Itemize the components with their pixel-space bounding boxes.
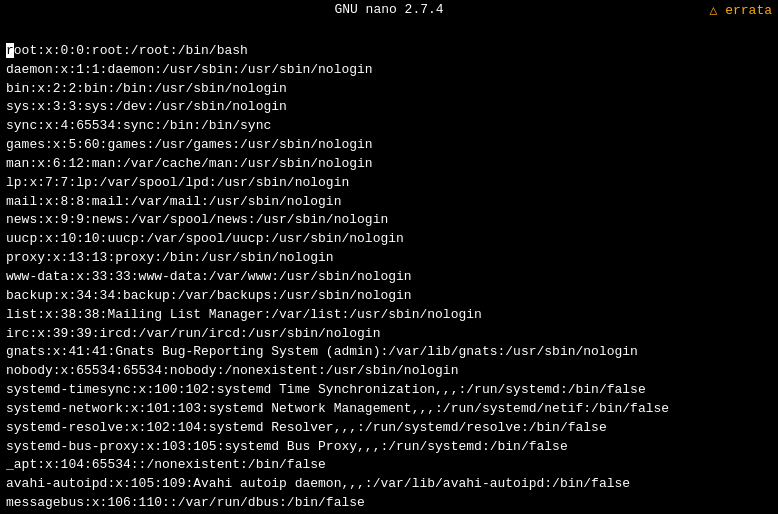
warning-area: △ errata bbox=[704, 0, 778, 20]
line-10: uucp:x:10:10:uucp:/var/spool/uucp:/usr/s… bbox=[6, 230, 772, 249]
line-13: backup:x:34:34:backup:/var/backups:/usr/… bbox=[6, 287, 772, 306]
line-7: lp:x:7:7:lp:/var/spool/lpd:/usr/sbin/nol… bbox=[6, 174, 772, 193]
line-21: systemd-bus-proxy:x:103:105:systemd Bus … bbox=[6, 438, 772, 457]
line-4: sync:x:4:65534:sync:/bin:/bin/sync bbox=[6, 117, 772, 136]
line-11: proxy:x:13:13:proxy:/bin:/usr/sbin/nolog… bbox=[6, 249, 772, 268]
line-12: www-data:x:33:33:www-data:/var/www:/usr/… bbox=[6, 268, 772, 287]
line-20: systemd-resolve:x:102:104:systemd Resolv… bbox=[6, 419, 772, 438]
app-title: GNU nano 2.7.4 bbox=[334, 2, 443, 17]
title-bar: GNU nano 2.7.4 bbox=[0, 0, 778, 19]
line-8: mail:x:8:8:mail:/var/mail:/usr/sbin/nolo… bbox=[6, 193, 772, 212]
line-23: avahi-autoipd:x:105:109:Avahi autoip dae… bbox=[6, 475, 772, 494]
line-3: sys:x:3:3:sys:/dev:/usr/sbin/nologin bbox=[6, 98, 772, 117]
line-6: man:x:6:12:man:/var/cache/man:/usr/sbin/… bbox=[6, 155, 772, 174]
line-5: games:x:5:60:games:/usr/games:/usr/sbin/… bbox=[6, 136, 772, 155]
line-15: irc:x:39:39:ircd:/var/run/ircd:/usr/sbin… bbox=[6, 325, 772, 344]
line-1: daemon:x:1:1:daemon:/usr/sbin:/usr/sbin/… bbox=[6, 61, 772, 80]
warning-text: △ errata bbox=[710, 3, 772, 18]
line-9: news:x:9:9:news:/var/spool/news:/usr/sbi… bbox=[6, 211, 772, 230]
line-16: gnats:x:41:41:Gnats Bug-Reporting System… bbox=[6, 343, 772, 362]
line-2: bin:x:2:2:bin:/bin:/usr/sbin/nologin bbox=[6, 80, 772, 99]
line-17: nobody:x:65534:65534:nobody:/nonexistent… bbox=[6, 362, 772, 381]
line-24: messagebus:x:106:110::/var/run/dbus:/bin… bbox=[6, 494, 772, 513]
line-18: systemd-timesync:x:100:102:systemd Time … bbox=[6, 381, 772, 400]
line-22: _apt:x:104:65534::/nonexistent:/bin/fals… bbox=[6, 456, 772, 475]
line-19: systemd-network:x:101:103:systemd Networ… bbox=[6, 400, 772, 419]
line-0: root:x:0:0:root:/root:/bin/bash bbox=[6, 42, 772, 61]
file-content: root:x:0:0:root:/root:/bin/bashdaemon:x:… bbox=[0, 19, 778, 514]
line-14: list:x:38:38:Mailing List Manager:/var/l… bbox=[6, 306, 772, 325]
